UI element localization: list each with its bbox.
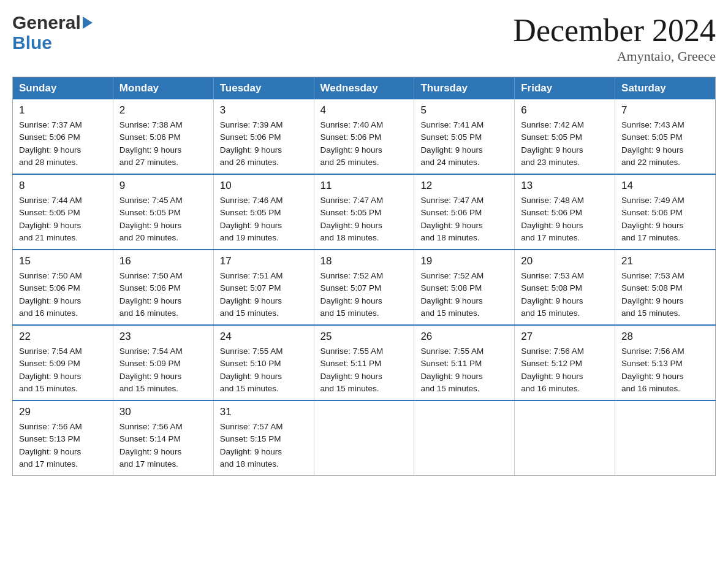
day-number: 9 <box>119 180 207 192</box>
calendar-cell: 24Sunrise: 7:55 AMSunset: 5:10 PMDayligh… <box>213 325 314 400</box>
calendar-cell: 2Sunrise: 7:38 AMSunset: 5:06 PMDaylight… <box>113 99 213 174</box>
logo-general-text: General <box>12 12 81 33</box>
calendar-cell: 11Sunrise: 7:47 AMSunset: 5:05 PMDayligh… <box>314 174 414 250</box>
day-info: Sunrise: 7:54 AMSunset: 5:09 PMDaylight:… <box>119 345 207 395</box>
day-info: Sunrise: 7:47 AMSunset: 5:06 PMDaylight:… <box>420 194 508 244</box>
calendar-cell: 1Sunrise: 7:37 AMSunset: 5:06 PMDaylight… <box>13 99 113 174</box>
day-info: Sunrise: 7:55 AMSunset: 5:11 PMDaylight:… <box>420 345 508 395</box>
calendar-cell <box>515 400 615 476</box>
day-info: Sunrise: 7:37 AMSunset: 5:06 PMDaylight:… <box>19 119 107 169</box>
day-number: 19 <box>420 255 508 267</box>
day-number: 12 <box>420 180 508 192</box>
calendar-cell: 20Sunrise: 7:53 AMSunset: 5:08 PMDayligh… <box>515 250 615 325</box>
day-number: 21 <box>621 255 709 267</box>
day-info: Sunrise: 7:49 AMSunset: 5:06 PMDaylight:… <box>621 194 709 244</box>
day-info: Sunrise: 7:56 AMSunset: 5:13 PMDaylight:… <box>621 345 709 395</box>
day-number: 16 <box>119 255 207 267</box>
day-info: Sunrise: 7:45 AMSunset: 5:05 PMDaylight:… <box>119 194 207 244</box>
day-info: Sunrise: 7:42 AMSunset: 5:05 PMDaylight:… <box>521 119 609 169</box>
day-info: Sunrise: 7:57 AMSunset: 5:15 PMDaylight:… <box>220 421 308 470</box>
day-number: 25 <box>320 331 408 343</box>
day-info: Sunrise: 7:50 AMSunset: 5:06 PMDaylight:… <box>119 270 207 320</box>
calendar-cell: 14Sunrise: 7:49 AMSunset: 5:06 PMDayligh… <box>615 174 716 250</box>
day-info: Sunrise: 7:43 AMSunset: 5:05 PMDaylight:… <box>621 119 709 169</box>
day-number: 17 <box>220 255 308 267</box>
logo-blue-text: Blue <box>12 33 52 53</box>
day-number: 1 <box>19 104 107 117</box>
day-number: 14 <box>621 180 709 192</box>
calendar-cell: 28Sunrise: 7:56 AMSunset: 5:13 PMDayligh… <box>615 325 716 400</box>
calendar-cell: 18Sunrise: 7:52 AMSunset: 5:07 PMDayligh… <box>314 250 414 325</box>
day-number: 29 <box>19 406 107 418</box>
day-info: Sunrise: 7:54 AMSunset: 5:09 PMDaylight:… <box>19 345 107 395</box>
calendar-header-row: SundayMondayTuesdayWednesdayThursdayFrid… <box>13 77 716 100</box>
day-number: 26 <box>420 331 508 343</box>
day-info: Sunrise: 7:53 AMSunset: 5:08 PMDaylight:… <box>621 270 709 320</box>
calendar-header-friday: Friday <box>515 77 615 100</box>
calendar-cell: 8Sunrise: 7:44 AMSunset: 5:05 PMDaylight… <box>13 174 113 250</box>
month-title: December 2024 <box>513 12 716 48</box>
calendar-cell: 22Sunrise: 7:54 AMSunset: 5:09 PMDayligh… <box>13 325 113 400</box>
calendar-cell: 25Sunrise: 7:55 AMSunset: 5:11 PMDayligh… <box>314 325 414 400</box>
day-number: 18 <box>320 255 408 267</box>
day-number: 10 <box>220 180 308 192</box>
day-number: 7 <box>621 104 709 117</box>
calendar-cell: 30Sunrise: 7:56 AMSunset: 5:14 PMDayligh… <box>113 400 213 476</box>
day-info: Sunrise: 7:51 AMSunset: 5:07 PMDaylight:… <box>220 270 308 320</box>
day-info: Sunrise: 7:56 AMSunset: 5:13 PMDaylight:… <box>19 421 107 470</box>
calendar-cell: 31Sunrise: 7:57 AMSunset: 5:15 PMDayligh… <box>213 400 314 476</box>
calendar-cell: 21Sunrise: 7:53 AMSunset: 5:08 PMDayligh… <box>615 250 716 325</box>
calendar-cell: 5Sunrise: 7:41 AMSunset: 5:05 PMDaylight… <box>414 99 515 174</box>
day-number: 13 <box>521 180 609 192</box>
day-info: Sunrise: 7:50 AMSunset: 5:06 PMDaylight:… <box>19 270 107 320</box>
day-info: Sunrise: 7:39 AMSunset: 5:06 PMDaylight:… <box>220 119 308 169</box>
calendar-header-thursday: Thursday <box>414 77 515 100</box>
logo: General Blue <box>12 12 93 53</box>
calendar-week-3: 15Sunrise: 7:50 AMSunset: 5:06 PMDayligh… <box>13 250 716 325</box>
calendar-cell: 9Sunrise: 7:45 AMSunset: 5:05 PMDaylight… <box>113 174 213 250</box>
calendar-cell: 10Sunrise: 7:46 AMSunset: 5:05 PMDayligh… <box>213 174 314 250</box>
calendar-cell: 17Sunrise: 7:51 AMSunset: 5:07 PMDayligh… <box>213 250 314 325</box>
calendar-cell: 13Sunrise: 7:48 AMSunset: 5:06 PMDayligh… <box>515 174 615 250</box>
title-section: December 2024 Amyntaio, Greece <box>513 12 716 64</box>
day-number: 27 <box>521 331 609 343</box>
logo-arrow-icon <box>83 17 93 29</box>
calendar-cell: 23Sunrise: 7:54 AMSunset: 5:09 PMDayligh… <box>113 325 213 400</box>
day-number: 4 <box>320 104 408 117</box>
day-number: 22 <box>19 331 107 343</box>
calendar-week-2: 8Sunrise: 7:44 AMSunset: 5:05 PMDaylight… <box>13 174 716 250</box>
day-info: Sunrise: 7:55 AMSunset: 5:10 PMDaylight:… <box>220 345 308 395</box>
day-number: 5 <box>420 104 508 117</box>
day-info: Sunrise: 7:48 AMSunset: 5:06 PMDaylight:… <box>521 194 609 244</box>
logo-line1: General <box>12 12 93 33</box>
day-number: 11 <box>320 180 408 192</box>
calendar-cell: 7Sunrise: 7:43 AMSunset: 5:05 PMDaylight… <box>615 99 716 174</box>
day-number: 30 <box>119 406 207 418</box>
calendar-week-4: 22Sunrise: 7:54 AMSunset: 5:09 PMDayligh… <box>13 325 716 400</box>
calendar-table: SundayMondayTuesdayWednesdayThursdayFrid… <box>12 77 716 476</box>
location-title: Amyntaio, Greece <box>513 48 716 64</box>
calendar-cell: 19Sunrise: 7:52 AMSunset: 5:08 PMDayligh… <box>414 250 515 325</box>
calendar-cell: 6Sunrise: 7:42 AMSunset: 5:05 PMDaylight… <box>515 99 615 174</box>
day-info: Sunrise: 7:53 AMSunset: 5:08 PMDaylight:… <box>521 270 609 320</box>
calendar-header-tuesday: Tuesday <box>213 77 314 100</box>
day-info: Sunrise: 7:47 AMSunset: 5:05 PMDaylight:… <box>320 194 408 244</box>
calendar-header-monday: Monday <box>113 77 213 100</box>
calendar-header-wednesday: Wednesday <box>314 77 414 100</box>
calendar-cell: 15Sunrise: 7:50 AMSunset: 5:06 PMDayligh… <box>13 250 113 325</box>
day-number: 15 <box>19 255 107 267</box>
day-info: Sunrise: 7:46 AMSunset: 5:05 PMDaylight:… <box>220 194 308 244</box>
day-number: 6 <box>521 104 609 117</box>
calendar-cell: 4Sunrise: 7:40 AMSunset: 5:06 PMDaylight… <box>314 99 414 174</box>
day-number: 20 <box>521 255 609 267</box>
day-info: Sunrise: 7:41 AMSunset: 5:05 PMDaylight:… <box>420 119 508 169</box>
calendar-header-sunday: Sunday <box>13 77 113 100</box>
calendar-week-1: 1Sunrise: 7:37 AMSunset: 5:06 PMDaylight… <box>13 99 716 174</box>
day-number: 8 <box>19 180 107 192</box>
calendar-cell <box>615 400 716 476</box>
calendar-cell <box>414 400 515 476</box>
page-header: General Blue December 2024 Amyntaio, Gre… <box>12 12 716 64</box>
day-number: 28 <box>621 331 709 343</box>
calendar-cell: 3Sunrise: 7:39 AMSunset: 5:06 PMDaylight… <box>213 99 314 174</box>
calendar-cell: 12Sunrise: 7:47 AMSunset: 5:06 PMDayligh… <box>414 174 515 250</box>
